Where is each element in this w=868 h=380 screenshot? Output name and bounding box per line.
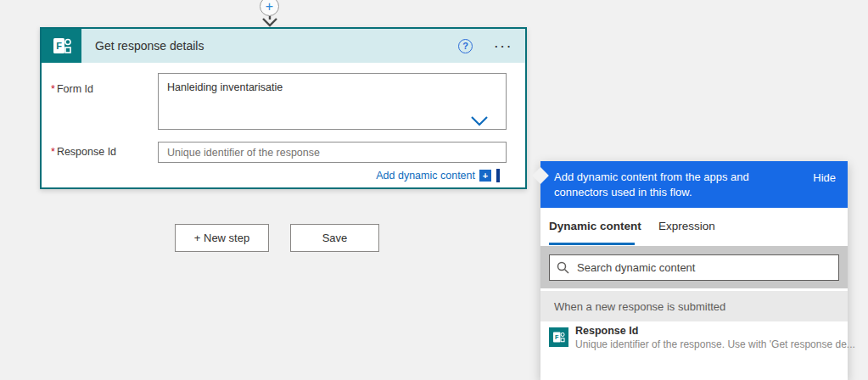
dynamic-content-icon: + — [479, 170, 491, 182]
action-card-get-response-details: F Get response details ? ··· *Form Id Ha… — [40, 27, 527, 189]
arrow-down-icon — [261, 15, 278, 27]
panel-hint-header: Add dynamic content from the apps and co… — [540, 161, 848, 208]
help-icon[interactable]: ? — [458, 39, 473, 53]
search-icon — [557, 261, 569, 274]
svg-text:F: F — [56, 41, 62, 51]
add-dynamic-content-button[interactable]: Add dynamic content + — [376, 169, 500, 182]
search-input[interactable] — [577, 261, 832, 274]
more-menu-icon[interactable]: ··· — [495, 40, 513, 53]
form-id-input[interactable]: Hanleiding inventarisatie — [158, 73, 507, 130]
form-id-value: Hanleiding inventarisatie — [167, 81, 283, 93]
active-tab-indicator — [549, 243, 635, 245]
action-card-body: *Form Id Hanleiding inventarisatie *Resp… — [42, 63, 525, 187]
panel-tabs: Dynamic content Expression — [540, 208, 848, 246]
required-marker: * — [51, 83, 55, 95]
tab-expression[interactable]: Expression — [658, 220, 715, 232]
microsoft-forms-icon: F — [42, 29, 81, 63]
add-dynamic-content-label: Add dynamic content — [376, 170, 475, 182]
microsoft-forms-icon: F — [549, 327, 568, 347]
response-id-label: *Response Id — [51, 146, 116, 158]
action-card-header[interactable]: F Get response details ? ··· — [42, 29, 525, 63]
item-title: Response Id — [575, 325, 638, 337]
required-marker: * — [51, 146, 55, 158]
hide-button[interactable]: Hide — [813, 170, 836, 186]
svg-text:F: F — [555, 333, 559, 341]
chevron-down-icon[interactable] — [470, 115, 489, 126]
save-button[interactable]: Save — [290, 224, 379, 252]
response-id-input[interactable] — [158, 142, 507, 163]
search-box[interactable] — [549, 254, 839, 281]
search-section — [540, 246, 848, 288]
tab-dynamic-content[interactable]: Dynamic content — [549, 220, 641, 232]
group-header: When a new response is submitted — [540, 291, 848, 321]
item-description: Unique identifier of the response. Use w… — [575, 338, 855, 350]
list-item-response-id[interactable]: F Response Id Unique identifier of the r… — [540, 325, 848, 366]
panel-hint-text: Add dynamic content from the apps and co… — [554, 170, 749, 198]
action-title: Get response details — [95, 39, 204, 53]
dynamic-content-cursor-icon — [496, 169, 500, 182]
new-step-button[interactable]: + New step — [175, 224, 269, 252]
dynamic-content-panel: Add dynamic content from the apps and co… — [540, 161, 848, 380]
add-step-plus-icon[interactable]: + — [260, 0, 279, 16]
form-id-label: *Form Id — [51, 83, 93, 95]
